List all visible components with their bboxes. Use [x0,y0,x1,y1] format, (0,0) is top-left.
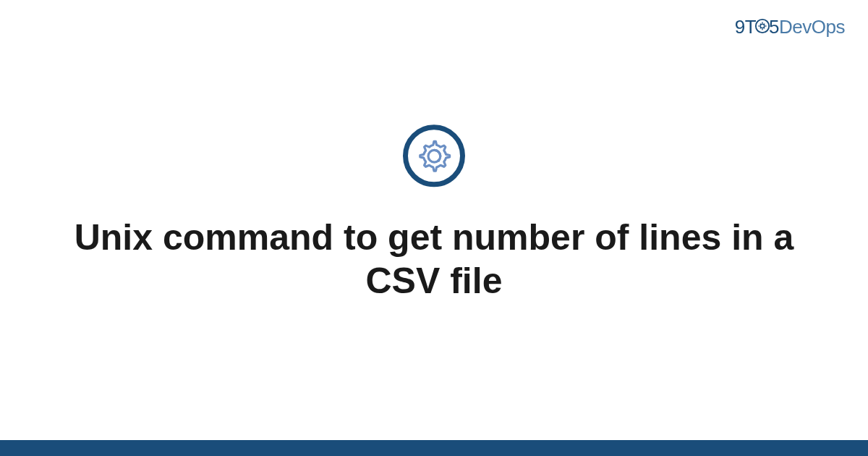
site-logo: 9T 5DevOps [735,16,845,40]
svg-point-0 [756,19,769,32]
hero-content: Unix command to get number of lines in a… [0,124,868,303]
footer-accent-bar [0,440,868,456]
logo-text-part2: 5 [769,16,779,38]
gear-badge [403,124,465,187]
gear-icon [417,138,451,173]
page-title: Unix command to get number of lines in a… [0,216,868,303]
logo-text-part1: 9T [735,16,756,38]
gear-icon [754,17,770,39]
logo-text-part3: DevOps [779,16,845,38]
svg-point-3 [437,159,440,162]
